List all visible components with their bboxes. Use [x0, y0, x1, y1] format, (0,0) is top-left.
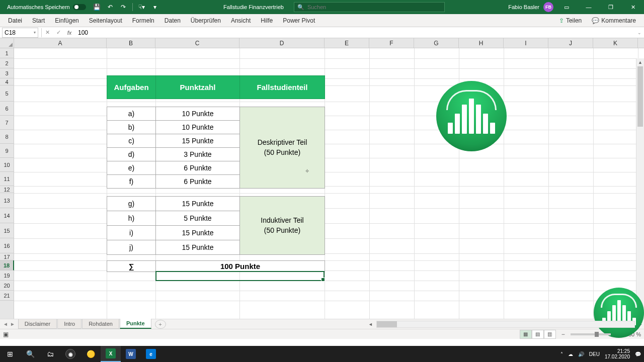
row-header-20[interactable]: 20	[0, 281, 14, 291]
col-header-G[interactable]: G	[414, 38, 459, 48]
taskbar-word[interactable]: W	[121, 346, 141, 362]
taskbar-obs[interactable]: ◉	[60, 346, 80, 362]
tray-clock[interactable]: 21:25 17.02.2020	[605, 348, 630, 359]
tab-formeln[interactable]: Formeln	[127, 15, 159, 27]
search-box[interactable]: 🔍	[294, 2, 445, 12]
tab-datei[interactable]: Datei	[3, 15, 27, 27]
fx-icon[interactable]: fx	[64, 30, 75, 36]
user-avatar[interactable]: FB	[543, 2, 553, 12]
col-header-E[interactable]: E	[325, 38, 369, 48]
qat-customize-icon[interactable]: ▾	[150, 2, 160, 12]
row-header-14[interactable]: 14	[0, 208, 14, 223]
tab-start[interactable]: Start	[27, 15, 50, 27]
start-button[interactable]: ⊞	[0, 346, 20, 362]
col-header-F[interactable]: F	[369, 38, 414, 48]
row-header-6[interactable]: 6	[0, 102, 14, 116]
formula-input[interactable]: 100	[75, 29, 635, 36]
comments-button[interactable]: 💬Kommentare	[588, 15, 640, 26]
view-normal-icon[interactable]: ▦	[520, 330, 532, 339]
ribbon-display-icon[interactable]: ▭	[557, 0, 576, 14]
toggle-switch[interactable]	[73, 4, 86, 10]
tab-ueberpruefen[interactable]: Überprüfen	[186, 15, 226, 27]
row-header-17[interactable]: 17	[0, 253, 14, 260]
row-header-2[interactable]: 2	[0, 58, 14, 68]
tray-language[interactable]: DEU	[589, 351, 600, 357]
col-header-H[interactable]: H	[459, 38, 504, 48]
autosave-toggle[interactable]: Automatisches Speichern	[4, 3, 89, 11]
enter-formula-icon[interactable]: ✓	[53, 29, 64, 36]
col-header-I[interactable]: I	[504, 38, 548, 48]
tab-powerpivot[interactable]: Power Pivot	[278, 15, 320, 27]
row-header-4[interactable]: 4	[0, 78, 14, 85]
zoom-out-button[interactable]: −	[560, 331, 567, 338]
col-header-A[interactable]: A	[14, 38, 107, 48]
sheet-tab-intro[interactable]: Intro	[57, 319, 82, 329]
undo-icon[interactable]: ↶	[105, 2, 115, 12]
tray-volume-icon[interactable]: 🔊	[578, 351, 584, 357]
cells-area[interactable]: Aufgaben Punktzahl Fallstudienteil a)10 …	[14, 48, 644, 319]
col-header-J[interactable]: J	[548, 38, 593, 48]
minimize-button[interactable]: —	[580, 0, 598, 14]
tab-seitenlayout[interactable]: Seitenlayout	[84, 15, 127, 27]
tab-ansicht[interactable]: Ansicht	[226, 15, 256, 27]
row-header-15[interactable]: 15	[0, 223, 14, 238]
row-header-16[interactable]: 16	[0, 238, 14, 253]
new-sheet-button[interactable]: +	[155, 320, 166, 329]
tab-einfuegen[interactable]: Einfügen	[50, 15, 84, 27]
name-box[interactable]: C18▾	[2, 28, 38, 38]
hscroll-left-icon[interactable]: ◄	[367, 322, 374, 327]
taskbar-excel[interactable]: X	[101, 346, 121, 362]
row-header-9[interactable]: 9	[0, 144, 14, 158]
tray-onedrive-icon[interactable]: ☁	[568, 351, 573, 357]
sheet-nav[interactable]: ◄►	[0, 321, 18, 327]
row-header-12[interactable]: 12	[0, 186, 14, 193]
expand-formula-bar-icon[interactable]: ⌄	[635, 30, 644, 35]
scroll-up-icon[interactable]: ▲	[636, 58, 644, 66]
sheet-tabs: DisclaimerIntroRohdatenPunkte	[18, 319, 152, 329]
sheet-tab-disclaimer[interactable]: Disclaimer	[18, 319, 57, 329]
row-header-10[interactable]: 10	[0, 158, 14, 172]
row-header-13[interactable]: 13	[0, 193, 14, 208]
touch-mode-icon[interactable]: ☟▾	[137, 2, 147, 12]
tab-daten[interactable]: Daten	[159, 15, 186, 27]
maximize-button[interactable]: ❐	[602, 0, 620, 14]
row-header-8[interactable]: 8	[0, 130, 14, 144]
col-header-C[interactable]: C	[155, 38, 239, 48]
horizontal-scrollbar[interactable]	[376, 321, 635, 328]
zoom-slider[interactable]	[571, 333, 611, 335]
taskbar-app-1[interactable]: 🗂	[40, 346, 60, 362]
row-header-21[interactable]: 21	[0, 291, 14, 301]
taskbar-edge[interactable]: e	[141, 346, 161, 362]
tray-notifications-icon[interactable]: 💬	[635, 351, 641, 357]
sheet-tab-punkte[interactable]: Punkte	[120, 319, 151, 329]
view-pagelayout-icon[interactable]: ▤	[532, 330, 544, 339]
share-button[interactable]: ⇪Teilen	[555, 15, 586, 26]
tab-hilfe[interactable]: Hilfe	[256, 15, 278, 27]
taskbar-search-icon[interactable]: 🔍	[20, 346, 40, 362]
taskbar-chrome[interactable]: 🟡	[80, 346, 101, 362]
row-header-11[interactable]: 11	[0, 172, 14, 186]
scroll-thumb[interactable]	[637, 66, 643, 127]
row-header-7[interactable]: 7	[0, 116, 14, 130]
row-header-3[interactable]: 3	[0, 68, 14, 78]
redo-icon[interactable]: ↷	[118, 2, 128, 12]
search-input[interactable]	[307, 4, 441, 10]
select-all-button[interactable]	[0, 38, 14, 48]
save-icon[interactable]: 💾	[92, 2, 102, 12]
cancel-formula-icon[interactable]: ✕	[42, 29, 53, 36]
sheet-tab-rohdaten[interactable]: Rohdaten	[82, 319, 119, 329]
ribbon: Datei Start Einfügen Seitenlayout Formel…	[0, 14, 644, 27]
col-header-D[interactable]: D	[239, 38, 325, 48]
row-header-1[interactable]: 1	[0, 48, 14, 58]
col-header-K[interactable]: K	[593, 38, 638, 48]
tray-expand-icon[interactable]: ˄	[560, 351, 563, 357]
row-header-19[interactable]: 19	[0, 270, 14, 281]
sum-value: 100 Punkte	[156, 261, 325, 272]
view-pagebreak-icon[interactable]: ▥	[544, 330, 556, 339]
col-header-B[interactable]: B	[107, 38, 155, 48]
record-macro-icon[interactable]: ▣	[3, 331, 9, 338]
close-button[interactable]: ✕	[624, 0, 642, 14]
vertical-scrollbar[interactable]: ▲ ▼	[636, 58, 644, 319]
row-header-5[interactable]: 5	[0, 85, 14, 102]
row-header-18[interactable]: 18	[0, 260, 14, 270]
